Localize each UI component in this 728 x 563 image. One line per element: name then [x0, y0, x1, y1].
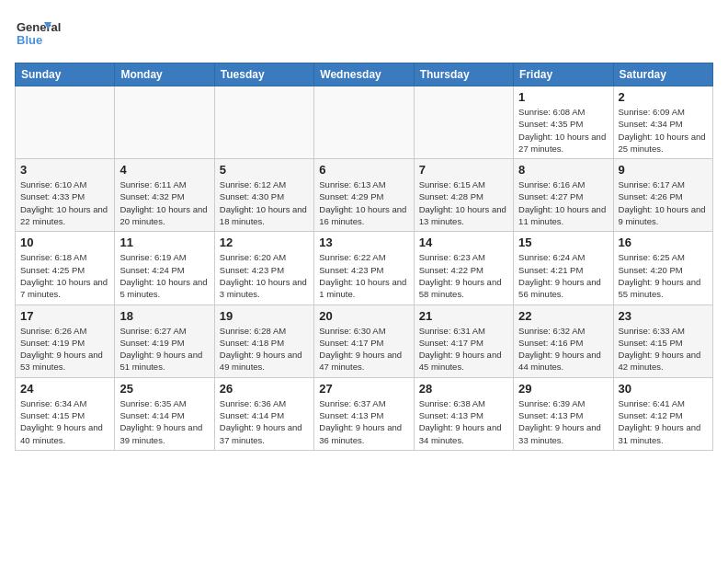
day-cell: 9Sunrise: 6:17 AM Sunset: 4:26 PM Daylig… — [613, 159, 712, 232]
day-cell: 26Sunrise: 6:36 AM Sunset: 4:14 PM Dayli… — [214, 377, 313, 450]
day-info: Sunrise: 6:20 AM Sunset: 4:23 PM Dayligh… — [220, 251, 309, 300]
logo-icon: General Blue — [15, 15, 88, 52]
day-header-tuesday: Tuesday — [214, 63, 313, 86]
day-info: Sunrise: 6:35 AM Sunset: 4:14 PM Dayligh… — [119, 397, 209, 446]
day-info: Sunrise: 6:34 AM Sunset: 4:15 PM Dayligh… — [20, 397, 109, 446]
day-cell: 10Sunrise: 6:18 AM Sunset: 4:25 PM Dayli… — [16, 232, 115, 304]
day-number: 15 — [518, 236, 608, 249]
day-header-sunday: Sunday — [16, 63, 115, 86]
day-info: Sunrise: 6:41 AM Sunset: 4:12 PM Dayligh… — [619, 397, 708, 446]
day-number: 30 — [619, 382, 708, 396]
day-cell: 20Sunrise: 6:30 AM Sunset: 4:17 PM Dayli… — [314, 304, 414, 377]
day-number: 14 — [419, 236, 508, 249]
day-cell: 3Sunrise: 6:10 AM Sunset: 4:33 PM Daylig… — [16, 159, 115, 232]
day-cell: 14Sunrise: 6:23 AM Sunset: 4:22 PM Dayli… — [414, 232, 513, 304]
day-info: Sunrise: 6:32 AM Sunset: 4:16 PM Dayligh… — [518, 325, 608, 373]
svg-text:Blue: Blue — [17, 33, 42, 47]
day-info: Sunrise: 6:15 AM Sunset: 4:28 PM Dayligh… — [419, 178, 508, 227]
day-number: 25 — [119, 382, 209, 396]
day-number: 22 — [518, 309, 608, 323]
day-number: 19 — [220, 309, 309, 323]
day-header-monday: Monday — [115, 63, 214, 86]
day-info: Sunrise: 6:31 AM Sunset: 4:17 PM Dayligh… — [419, 325, 508, 373]
day-number: 18 — [119, 309, 209, 323]
day-cell: 1Sunrise: 6:08 AM Sunset: 4:35 PM Daylig… — [514, 86, 613, 159]
day-number: 13 — [319, 236, 408, 249]
day-cell: 28Sunrise: 6:38 AM Sunset: 4:13 PM Dayli… — [414, 377, 513, 450]
calendar-row-2: 10Sunrise: 6:18 AM Sunset: 4:25 PM Dayli… — [16, 232, 713, 304]
day-cell: 6Sunrise: 6:13 AM Sunset: 4:29 PM Daylig… — [314, 159, 414, 232]
day-number: 2 — [619, 90, 708, 104]
day-info: Sunrise: 6:19 AM Sunset: 4:24 PM Dayligh… — [119, 251, 209, 300]
day-cell: 18Sunrise: 6:27 AM Sunset: 4:19 PM Dayli… — [115, 304, 214, 377]
day-cell: 23Sunrise: 6:33 AM Sunset: 4:15 PM Dayli… — [613, 304, 712, 377]
day-info: Sunrise: 6:25 AM Sunset: 4:20 PM Dayligh… — [619, 251, 708, 300]
day-info: Sunrise: 6:37 AM Sunset: 4:13 PM Dayligh… — [319, 397, 408, 446]
day-number: 6 — [319, 163, 408, 177]
day-info: Sunrise: 6:30 AM Sunset: 4:17 PM Dayligh… — [319, 325, 408, 373]
day-number: 24 — [20, 382, 109, 396]
day-number: 26 — [220, 382, 309, 396]
day-cell — [414, 86, 513, 159]
calendar-row-1: 3Sunrise: 6:10 AM Sunset: 4:33 PM Daylig… — [16, 159, 713, 232]
day-cell: 2Sunrise: 6:09 AM Sunset: 4:34 PM Daylig… — [613, 86, 712, 159]
page-header: General Blue — [15, 15, 713, 52]
day-cell: 12Sunrise: 6:20 AM Sunset: 4:23 PM Dayli… — [214, 232, 313, 304]
calendar-row-3: 17Sunrise: 6:26 AM Sunset: 4:19 PM Dayli… — [16, 304, 713, 377]
day-cell — [314, 86, 414, 159]
day-info: Sunrise: 6:10 AM Sunset: 4:33 PM Dayligh… — [20, 178, 109, 227]
day-number: 5 — [220, 163, 309, 177]
day-info: Sunrise: 6:28 AM Sunset: 4:18 PM Dayligh… — [220, 325, 309, 373]
calendar-row-4: 24Sunrise: 6:34 AM Sunset: 4:15 PM Dayli… — [16, 377, 713, 450]
day-number: 27 — [319, 382, 408, 396]
day-number: 12 — [220, 236, 309, 249]
svg-text:General: General — [17, 20, 61, 34]
day-cell: 30Sunrise: 6:41 AM Sunset: 4:12 PM Dayli… — [613, 377, 712, 450]
day-info: Sunrise: 6:36 AM Sunset: 4:14 PM Dayligh… — [220, 397, 309, 446]
day-cell — [16, 86, 115, 159]
day-info: Sunrise: 6:17 AM Sunset: 4:26 PM Dayligh… — [619, 178, 708, 227]
calendar-header-row: SundayMondayTuesdayWednesdayThursdayFrid… — [16, 63, 713, 86]
day-info: Sunrise: 6:16 AM Sunset: 4:27 PM Dayligh… — [518, 178, 608, 227]
day-number: 7 — [419, 163, 508, 177]
day-number: 10 — [20, 236, 109, 249]
day-cell — [214, 86, 313, 159]
day-cell: 11Sunrise: 6:19 AM Sunset: 4:24 PM Dayli… — [115, 232, 214, 304]
day-info: Sunrise: 6:13 AM Sunset: 4:29 PM Dayligh… — [319, 178, 408, 227]
day-number: 11 — [119, 236, 209, 249]
day-cell — [115, 86, 214, 159]
day-cell: 5Sunrise: 6:12 AM Sunset: 4:30 PM Daylig… — [214, 159, 313, 232]
day-number: 1 — [518, 90, 608, 104]
day-cell: 24Sunrise: 6:34 AM Sunset: 4:15 PM Dayli… — [16, 377, 115, 450]
day-header-friday: Friday — [514, 63, 613, 86]
calendar-row-0: 1Sunrise: 6:08 AM Sunset: 4:35 PM Daylig… — [16, 86, 713, 159]
logo: General Blue — [15, 15, 88, 52]
day-cell: 27Sunrise: 6:37 AM Sunset: 4:13 PM Dayli… — [314, 377, 414, 450]
day-number: 23 — [619, 309, 708, 323]
day-info: Sunrise: 6:18 AM Sunset: 4:25 PM Dayligh… — [20, 251, 109, 300]
day-cell: 15Sunrise: 6:24 AM Sunset: 4:21 PM Dayli… — [514, 232, 613, 304]
day-info: Sunrise: 6:38 AM Sunset: 4:13 PM Dayligh… — [419, 397, 508, 446]
day-info: Sunrise: 6:24 AM Sunset: 4:21 PM Dayligh… — [518, 251, 608, 300]
day-number: 8 — [518, 163, 608, 177]
day-info: Sunrise: 6:39 AM Sunset: 4:13 PM Dayligh… — [518, 397, 608, 446]
day-info: Sunrise: 6:26 AM Sunset: 4:19 PM Dayligh… — [20, 325, 109, 373]
day-header-thursday: Thursday — [414, 63, 513, 86]
day-number: 21 — [419, 309, 508, 323]
day-number: 28 — [419, 382, 508, 396]
day-cell: 8Sunrise: 6:16 AM Sunset: 4:27 PM Daylig… — [514, 159, 613, 232]
day-number: 3 — [20, 163, 109, 177]
day-number: 16 — [619, 236, 708, 249]
day-cell: 4Sunrise: 6:11 AM Sunset: 4:32 PM Daylig… — [115, 159, 214, 232]
day-info: Sunrise: 6:23 AM Sunset: 4:22 PM Dayligh… — [419, 251, 508, 300]
day-info: Sunrise: 6:11 AM Sunset: 4:32 PM Dayligh… — [119, 178, 209, 227]
day-header-wednesday: Wednesday — [314, 63, 414, 86]
day-info: Sunrise: 6:08 AM Sunset: 4:35 PM Dayligh… — [518, 106, 608, 155]
day-number: 4 — [119, 163, 209, 177]
day-cell: 22Sunrise: 6:32 AM Sunset: 4:16 PM Dayli… — [514, 304, 613, 377]
day-info: Sunrise: 6:33 AM Sunset: 4:15 PM Dayligh… — [619, 325, 708, 373]
day-number: 20 — [319, 309, 408, 323]
day-cell: 21Sunrise: 6:31 AM Sunset: 4:17 PM Dayli… — [414, 304, 513, 377]
day-info: Sunrise: 6:22 AM Sunset: 4:23 PM Dayligh… — [319, 251, 408, 300]
day-cell: 29Sunrise: 6:39 AM Sunset: 4:13 PM Dayli… — [514, 377, 613, 450]
